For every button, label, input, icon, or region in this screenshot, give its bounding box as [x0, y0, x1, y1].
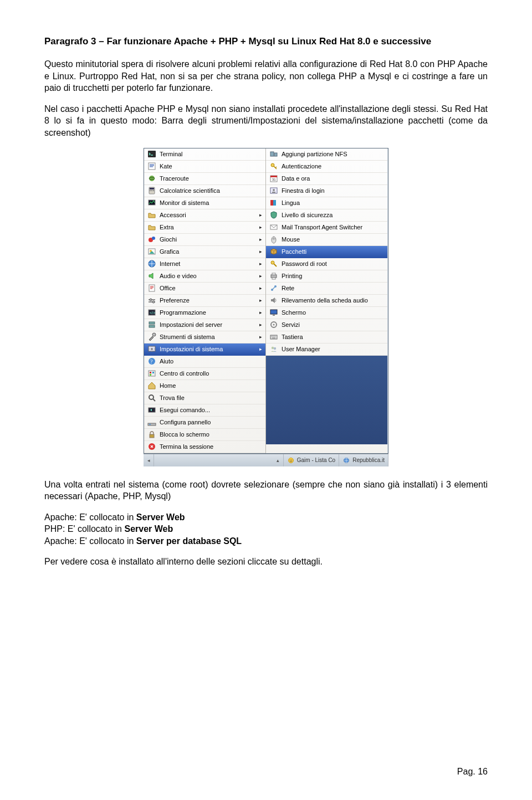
submenu-item[interactable]: Autenticazione: [266, 161, 387, 173]
login-icon: [269, 186, 278, 195]
apache-sql-location-bold: Server per database SQL: [136, 536, 242, 546]
menu-item[interactable]: Accessori▸: [144, 209, 265, 222]
menu-item[interactable]: Impostazioni di sistema▸: [144, 343, 265, 356]
menu-item[interactable]: Preferenze▸: [144, 295, 265, 307]
help-icon: ?: [147, 357, 156, 366]
submenu-item[interactable]: Aggiungi partizione NFS: [266, 148, 387, 161]
submenu-item[interactable]: Tastiera: [266, 331, 387, 343]
svg-rect-22: [149, 322, 155, 324]
submenu-item[interactable]: User Manager: [266, 343, 387, 356]
menu-item-label: Monitor di sistema: [160, 199, 262, 206]
menu-item[interactable]: Blocca lo schermo: [144, 429, 265, 441]
submenu-item[interactable]: Rilevamento della scheda audio: [266, 295, 387, 307]
office-icon: [147, 284, 156, 293]
svg-point-62: [273, 324, 275, 326]
folder-icon: [147, 223, 156, 232]
menu-item[interactable]: Traceroute: [144, 173, 265, 185]
svg-rect-43: [270, 176, 277, 177]
menu-item[interactable]: Home: [144, 380, 265, 392]
terminal-icon: [147, 150, 156, 158]
submenu-item[interactable]: Livello di sicurezza: [266, 209, 387, 222]
svg-point-67: [289, 459, 290, 460]
menu-item[interactable]: Extra▸: [144, 222, 265, 234]
panel-icon: [147, 418, 156, 427]
menu-item[interactable]: </>Programmazione▸: [144, 307, 265, 319]
php-prefix: PHP: E' collocato in: [44, 524, 124, 534]
menu-item[interactable]: Internet▸: [144, 258, 265, 270]
svg-point-26: [151, 348, 153, 350]
menu-item-label: Strumenti di sistema: [160, 334, 257, 340]
taskbar-repubblica[interactable]: Repubblica.it: [339, 454, 388, 466]
menu-item[interactable]: Esegui comando...: [144, 404, 265, 417]
menu-item[interactable]: Centro di controllo: [144, 368, 265, 380]
serverset-icon: [147, 320, 156, 329]
svg-point-64: [272, 347, 274, 349]
menu-item[interactable]: Giochi▸: [144, 234, 265, 246]
menu-left-column: TerminalKateTracerouteCalcolatrice scien…: [144, 148, 266, 453]
menu-item-label: Internet: [160, 260, 257, 267]
submenu-item[interactable]: Printing: [266, 270, 387, 283]
submenu-item[interactable]: Pacchetti: [266, 246, 387, 258]
svg-text:</>: </>: [150, 311, 155, 315]
svg-rect-23: [149, 325, 155, 327]
menu-item-label: Home: [160, 382, 262, 389]
submenu-item-label: Printing: [282, 273, 384, 279]
svg-rect-37: [150, 434, 154, 438]
submenu-item[interactable]: Mouse: [266, 234, 387, 246]
menu-item-label: Office: [160, 285, 257, 291]
control-icon: [147, 369, 156, 378]
submenu-arrow-icon: ▸: [257, 285, 262, 291]
panel-handle-icon[interactable]: ◂: [144, 454, 154, 466]
submenu-item[interactable]: Finestra di login: [266, 185, 387, 197]
menu-item-label: Aiuto: [160, 358, 262, 365]
taskbar-up-arrow-icon[interactable]: ▴: [273, 454, 284, 466]
menu-item[interactable]: Termina la sessione: [144, 441, 265, 453]
svg-rect-36: [149, 424, 151, 425]
submenu-item[interactable]: Servizi: [266, 319, 387, 331]
submenu-arrow-icon: ▸: [257, 334, 262, 340]
svg-rect-29: [149, 371, 155, 376]
submenu-arrow-icon: ▸: [257, 237, 262, 242]
av-icon: [147, 271, 156, 280]
submenu-arrow-icon: ▸: [257, 273, 262, 279]
submenu-item[interactable]: Rete: [266, 283, 387, 295]
prefs-icon: [147, 296, 156, 305]
svg-rect-63: [270, 335, 277, 339]
menu-item-label: Blocca lo schermo: [160, 431, 262, 438]
menu-item[interactable]: Configura pannello: [144, 417, 265, 429]
submenu-arrow-icon: ▸: [257, 261, 262, 266]
taskbar-gaim[interactable]: Gaim - Lista Co: [284, 454, 339, 466]
svg-point-24: [152, 333, 156, 336]
menu-item[interactable]: Audio e video▸: [144, 270, 265, 283]
menu-item-label: Programmazione: [160, 309, 257, 316]
submenu-arrow-icon: ▸: [257, 224, 262, 230]
menu-item[interactable]: Impostazioni del server▸: [144, 319, 265, 331]
menu-item[interactable]: Calcolatrice scientifica: [144, 185, 265, 197]
menu-item[interactable]: ?Aiuto: [144, 356, 265, 368]
menu-item[interactable]: Grafica▸: [144, 246, 265, 258]
rootpw-icon: [269, 259, 278, 268]
submenu-item-label: Schermo: [282, 309, 384, 316]
submenu-item-label: Livello di sicurezza: [282, 212, 384, 218]
logout-icon: [147, 442, 156, 451]
menu-item[interactable]: Strumenti di sistema▸: [144, 331, 265, 343]
submenu-arrow-icon: ▸: [257, 249, 262, 254]
submenu-item[interactable]: Password di root: [266, 258, 387, 270]
mail-icon: [269, 223, 278, 232]
php-location-line: PHP: E' collocato in Server Web: [44, 523, 488, 535]
menu-item[interactable]: Kate: [144, 161, 265, 173]
menu-item[interactable]: Office▸: [144, 283, 265, 295]
folder-icon: [147, 211, 156, 219]
submenu-item-label: Aggiungi partizione NFS: [282, 151, 384, 157]
apache-sql-location-line: Apache: E' collocato in Server per datab…: [44, 535, 488, 547]
menu-item[interactable]: Trova file: [144, 392, 265, 404]
submenu-item[interactable]: 31Data e ora: [266, 173, 387, 185]
php-location-bold: Server Web: [124, 524, 173, 534]
menu-item[interactable]: Monitor di sistema: [144, 197, 265, 209]
submenu-item[interactable]: Mail Transport Agent Switcher: [266, 222, 387, 234]
submenu-item[interactable]: Schermo: [266, 307, 387, 319]
submenu-arrow-icon: ▸: [257, 322, 262, 327]
menu-item[interactable]: Terminal: [144, 148, 265, 161]
body-paragraph-last: Per vedere cosa è installato all'interno…: [44, 556, 488, 568]
submenu-item[interactable]: Lingua: [266, 197, 387, 209]
